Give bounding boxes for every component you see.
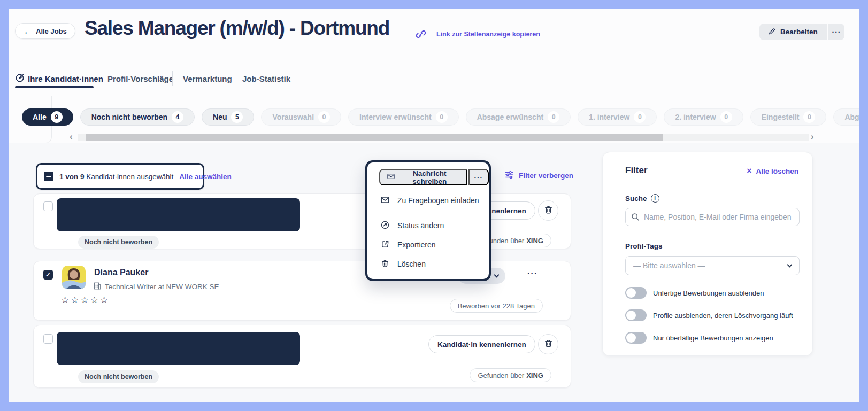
menu-item-invite-questionnaire[interactable]: Zu Fragebogen einladen [367,191,489,210]
bulk-menu-list: Zu Fragebogen einladen Status ändern [367,191,489,274]
tab-divider [172,71,173,86]
toggle-hide-unfinished[interactable] [625,287,647,299]
filter-panel: Filter × Alle löschen Suche i Profil-Tag… [602,152,813,356]
profile-tags-select[interactable]: — Bitte auswählen — [625,256,800,275]
pill-count: 0 [436,111,448,123]
pill-label: Vorauswahl [272,113,314,121]
tab-profile-suggestions[interactable]: Profil-Vorschläge [107,74,173,83]
select-all-link[interactable]: Alle auswählen [179,173,232,181]
scrollbar-thumb[interactable] [86,134,663,141]
pill-count: 0 [634,111,646,123]
rating-stars[interactable]: ☆☆☆☆☆ [61,294,110,306]
avatar[interactable] [62,266,86,289]
write-message-label: Nachricht schreiben [400,169,460,185]
pill-label: 1. interview [589,113,629,121]
status-filter-noch-nicht-beworben[interactable]: Noch nicht beworben 4 [80,108,195,126]
tab-candidates[interactable]: Ihre Kandidat·innen [28,74,103,83]
export-icon [380,239,390,251]
app-root: { "icons": { "arrow_left": "←", "more": … [0,0,868,411]
horizontal-scrollbar[interactable] [78,134,809,141]
chevron-down-icon [494,273,500,278]
clear-all-filters-link[interactable]: × Alle löschen [747,167,798,175]
filter-panel-title: Filter [625,165,648,176]
hide-filters-label: Filter verbergen [519,172,573,180]
status-tag: Noch nicht beworben [78,236,159,249]
menu-item-change-status[interactable]: Status ändern [367,216,489,235]
close-icon: × [747,167,751,175]
pill-label: Neu [213,113,227,121]
delete-candidate-button[interactable] [538,200,558,221]
candidate-checkbox[interactable] [43,334,53,344]
info-icon[interactable]: i [651,194,659,203]
candidate-position: Technical Writer at NEW WORK SE [105,283,219,291]
bulk-more-button[interactable]: ··· [468,169,489,185]
menu-item-label: Löschen [397,260,426,268]
link-icon[interactable] [415,28,427,40]
trash-icon [543,338,554,350]
toggle-row: Profile ausblenden, deren Löschvorgang l… [625,309,793,321]
candidate-position-row: Technical Writer at NEW WORK SE [93,282,219,292]
candidate-checkbox[interactable] [43,201,53,211]
delete-candidate-button[interactable] [538,334,558,354]
candidate-card: Noch nicht beworben Kandidat·in kennenle… [33,325,571,388]
pill-label: Noch nicht beworben [91,113,167,121]
copy-job-link[interactable]: Link zur Stellenanzeige kopieren [436,30,540,38]
toggle-label: Nur überfällige Bewerbungen anzeigen [653,334,773,342]
pill-label: Absage erwünscht [477,113,543,121]
status-filter-vorauswahl: Vorauswahl 0 [261,108,341,126]
pill-count: 5 [231,111,243,123]
candidate-checkbox-checked[interactable]: ✓ [43,270,53,280]
candidates-tab-icon [15,73,25,83]
status-filter-neu[interactable]: Neu 5 [202,108,254,126]
scroll-left-icon[interactable]: ‹ [70,130,73,143]
page-title: Sales Manager (m/w/d) - Dortmund [85,17,389,40]
menu-item-export[interactable]: Exportieren [367,235,489,254]
hide-filters-link[interactable]: Filter verbergen [504,170,573,181]
toggle-label: Unfertige Bewerbungen ausblenden [653,289,764,297]
meet-candidate-button[interactable]: Kandidat·in kennenlernen [428,335,535,353]
status-change-icon [380,220,390,231]
pill-count: 0 [803,111,815,123]
header-actions: Bearbeiten ··· [759,24,844,40]
pill-count: 0 [720,111,732,123]
menu-item-label: Exportieren [397,241,436,249]
trash-icon [543,205,554,216]
pencil-icon [768,27,776,37]
selection-count-text: 1 von 9 Kandidat·innen ausgewählt [59,173,173,181]
bulk-actions-menu: Nachricht schreiben ··· Zu Fragebogen ei… [365,160,491,281]
bulk-primary-group: Nachricht schreiben ··· [379,169,489,185]
search-field-wrap [625,208,800,226]
trash-icon [380,259,390,270]
envelope-icon [387,172,395,182]
arrow-left-icon: ← [24,27,32,35]
toggle-only-overdue[interactable] [625,332,647,344]
write-message-button[interactable]: Nachricht schreiben [379,169,467,185]
select-all-checkbox[interactable] [44,172,53,181]
tab-job-statistics[interactable]: Job-Statistik [242,74,290,83]
candidate-more-button[interactable]: ··· [527,269,538,278]
status-tag: Noch nicht beworben [78,370,159,383]
back-to-jobs-button[interactable]: ← Alle Jobs [15,23,75,39]
pill-label: Eingestellt [762,113,800,121]
pill-count: 9 [51,111,63,123]
search-label-row: Suche i [625,194,659,203]
toggle-hide-deleting[interactable] [625,309,647,321]
pill-count: 0 [548,111,559,123]
status-filter-alle[interactable]: Alle 9 [22,108,73,126]
search-input[interactable] [625,208,800,226]
chevron-down-icon [787,262,793,268]
scroll-right-icon[interactable]: › [811,130,814,143]
redacted-candidate-info [57,198,300,231]
pill-count: 4 [172,111,183,123]
edit-button[interactable]: Bearbeiten [759,24,827,40]
sliders-icon [504,170,514,181]
header-more-button[interactable]: ··· [828,24,844,40]
tab-marketing[interactable]: Vermarktung [183,74,232,83]
candidate-name[interactable]: Diana Pauker [94,268,148,277]
source-badge: Gefunden über XING [470,368,551,382]
envelope-icon [380,195,390,206]
menu-item-delete[interactable]: Löschen [367,254,489,274]
source-name: XING [526,371,543,379]
selection-suffix: Kandidat·innen ausgewählt [86,173,173,181]
job-detail-page: ← Alle Jobs Sales Manager (m/w/d) - Dort… [9,9,859,402]
